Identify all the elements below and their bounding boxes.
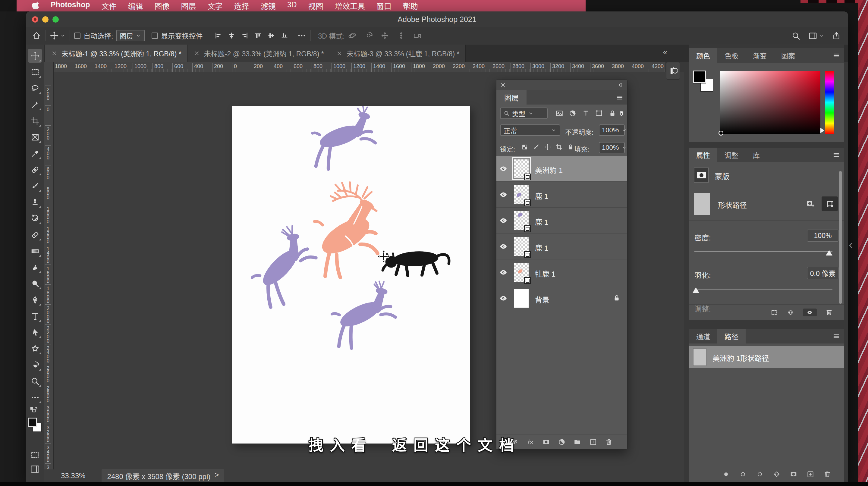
layer-visibility-eye-icon[interactable] bbox=[499, 294, 507, 302]
plus-square-icon[interactable] bbox=[807, 470, 814, 478]
rotate-view-tool[interactable] bbox=[28, 358, 42, 372]
layer-row[interactable]: 鹿 1 bbox=[496, 182, 627, 207]
clone-stamp-tool[interactable] bbox=[28, 195, 42, 209]
roll-icon[interactable] bbox=[364, 31, 373, 40]
move-tool-icon[interactable] bbox=[50, 31, 59, 40]
menu-item-11[interactable]: 增效工具 bbox=[329, 0, 371, 11]
move-icon[interactable] bbox=[544, 143, 551, 151]
adjust-icon[interactable] bbox=[569, 109, 577, 117]
scrollbar[interactable] bbox=[839, 171, 842, 304]
color-swatches[interactable] bbox=[28, 418, 42, 433]
smudge-tool[interactable] bbox=[28, 260, 42, 274]
orbit-icon[interactable] bbox=[348, 31, 357, 40]
more-options-icon[interactable] bbox=[297, 31, 306, 40]
dodge-tool[interactable] bbox=[28, 277, 42, 290]
layer-name[interactable]: 美洲豹 1 bbox=[535, 164, 563, 175]
close-tab-icon[interactable] bbox=[51, 50, 57, 56]
tab-layers[interactable]: 图层 bbox=[496, 90, 527, 104]
layer-name[interactable]: 牡鹿 1 bbox=[535, 268, 555, 279]
menu-item-2[interactable]: 文件 bbox=[96, 0, 122, 11]
fx-icon[interactable] bbox=[527, 438, 534, 446]
type-tool[interactable] bbox=[28, 309, 42, 323]
dotted-rect-icon[interactable] bbox=[770, 309, 778, 316]
color-swatches[interactable] bbox=[693, 70, 717, 96]
document-tab-1[interactable]: 未标题-1 @ 33.3% (美洲豹 1, RGB/8) * bbox=[45, 44, 188, 62]
layer-visibility-eye-icon[interactable] bbox=[499, 164, 507, 173]
align-l-icon[interactable] bbox=[214, 32, 222, 39]
color-tab-3[interactable]: 渐变 bbox=[746, 48, 774, 63]
foreground-color-swatch[interactable] bbox=[28, 418, 37, 427]
menu-item-12[interactable]: 窗口 bbox=[371, 0, 397, 11]
crop-icon[interactable] bbox=[555, 143, 563, 151]
layer-visibility-eye-icon[interactable] bbox=[499, 190, 507, 199]
frame-tool[interactable] bbox=[28, 130, 42, 144]
type-t-icon[interactable] bbox=[582, 109, 590, 117]
trash-icon[interactable] bbox=[824, 470, 831, 478]
panel-menu-icon[interactable] bbox=[832, 52, 840, 59]
density-slider-thumb[interactable] bbox=[826, 250, 832, 256]
workspace-icon[interactable] bbox=[808, 31, 817, 40]
saturation-brightness-field[interactable] bbox=[720, 71, 820, 134]
layer-row[interactable]: 鹿 1 bbox=[496, 233, 627, 259]
layer-row[interactable]: 背景 bbox=[496, 285, 627, 311]
pan-icon[interactable] bbox=[380, 31, 390, 40]
document-info[interactable]: 2480 像素 x 3508 像素 (300 ppi) > bbox=[101, 469, 224, 482]
color-tab-4[interactable]: 图案 bbox=[774, 48, 802, 63]
panel-reveal-chevron-icon[interactable]: ‹ bbox=[849, 237, 853, 252]
pen-tool[interactable] bbox=[28, 293, 42, 307]
healing-brush-tool[interactable] bbox=[28, 163, 42, 176]
layer-name[interactable]: 鹿 1 bbox=[535, 190, 548, 201]
magic-wand-tool[interactable] bbox=[28, 98, 42, 111]
lasso-tool[interactable] bbox=[28, 82, 42, 95]
mask-icon[interactable] bbox=[789, 470, 798, 478]
vertical-ruler[interactable]: 2000200400600800100012001400160018002000… bbox=[44, 72, 54, 469]
color-tab-2[interactable]: 色板 bbox=[717, 48, 746, 63]
document-tab-2[interactable]: 未标题-2 @ 33.3% (美洲豹 1, RGB/8) * bbox=[188, 44, 330, 62]
auto-select-checkbox[interactable] bbox=[74, 33, 81, 39]
menu-item-4[interactable]: 图像 bbox=[149, 0, 176, 11]
panel-menu-icon[interactable] bbox=[832, 332, 840, 340]
swap-colors-icon[interactable] bbox=[28, 406, 40, 415]
status-expand-icon[interactable]: > bbox=[215, 471, 219, 481]
lock-icon[interactable] bbox=[609, 109, 616, 117]
collapse-panel-icon[interactable] bbox=[618, 82, 624, 88]
zoom-tool[interactable] bbox=[28, 374, 42, 388]
layer-name[interactable]: 鹿 1 bbox=[535, 242, 548, 253]
slide-icon[interactable] bbox=[397, 31, 406, 40]
menu-item-10[interactable]: 视图 bbox=[303, 0, 329, 11]
search-icon[interactable] bbox=[792, 31, 801, 40]
menu-item-9[interactable]: 3D bbox=[281, 0, 303, 11]
align-c-icon[interactable] bbox=[227, 32, 236, 39]
layer-visibility-eye-icon[interactable] bbox=[499, 216, 507, 225]
image-icon[interactable] bbox=[555, 109, 563, 117]
close-tab-icon[interactable] bbox=[336, 50, 342, 56]
quick-mask-icon[interactable] bbox=[29, 450, 41, 460]
properties-tab-2[interactable]: 调整 bbox=[717, 148, 746, 162]
plus-square-icon[interactable] bbox=[589, 438, 597, 446]
share-icon[interactable] bbox=[832, 31, 841, 40]
align-b-icon[interactable] bbox=[281, 32, 288, 39]
home-icon[interactable] bbox=[32, 31, 41, 40]
show-transform-checkbox[interactable] bbox=[152, 33, 158, 39]
filter-type-dropdown[interactable]: 类型 bbox=[500, 107, 548, 119]
auto-select-dropdown[interactable]: 图层 bbox=[116, 30, 145, 41]
document-canvas[interactable] bbox=[232, 106, 470, 444]
path-thumbnail[interactable] bbox=[693, 348, 707, 366]
layer-thumbnail[interactable] bbox=[514, 237, 529, 256]
layer-visibility-eye-icon[interactable] bbox=[499, 268, 507, 277]
align-t-icon[interactable] bbox=[254, 32, 262, 39]
layer-visibility-eye-icon[interactable] bbox=[499, 242, 507, 251]
close-panel-icon[interactable] bbox=[500, 82, 506, 88]
more-tools[interactable] bbox=[28, 390, 42, 404]
properties-tab-3[interactable]: 库 bbox=[746, 148, 767, 162]
paths-tab-2[interactable]: 路径 bbox=[717, 329, 746, 344]
menu-item-6[interactable]: 文字 bbox=[202, 0, 228, 11]
layer-thumbnail[interactable] bbox=[514, 289, 529, 308]
align-r-icon[interactable] bbox=[241, 32, 249, 39]
dot-outline-icon[interactable] bbox=[739, 470, 747, 478]
density-value[interactable]: 100% bbox=[807, 230, 838, 241]
layer-row[interactable]: 牡鹿 1 bbox=[496, 259, 627, 285]
shape-path-thumbnail[interactable] bbox=[694, 193, 710, 215]
layer-thumbnail[interactable] bbox=[514, 185, 529, 204]
collapsed-history-panel[interactable] bbox=[666, 62, 680, 79]
